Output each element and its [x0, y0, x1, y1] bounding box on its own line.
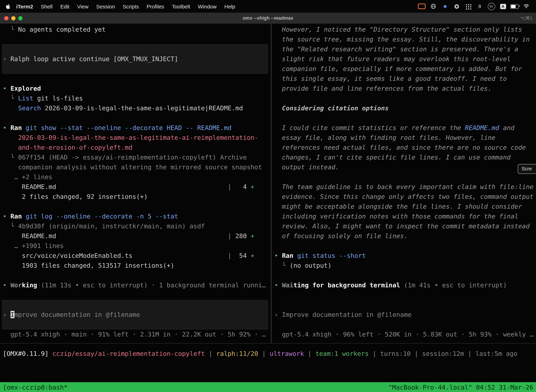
text-segment: └: [274, 262, 290, 269]
text-segment: the source tree, missing the essay. Stil…: [274, 36, 530, 43]
text-segment: •: [3, 213, 10, 220]
status-separator: [0, 343, 536, 344]
text-segment: I could cite commit statistics or refere…: [274, 124, 465, 131]
terminal-line: └ 067f154 (HEAD -> essay/ai-reimplementa…: [3, 152, 271, 162]
menu-item-view[interactable]: View: [73, 3, 92, 9]
text-segment: and: [499, 124, 515, 131]
text-segment: src/voice/voiceModeEnabled.ts: [3, 252, 132, 259]
globe-icon[interactable]: [429, 2, 438, 10]
text-segment: 2026-03-09-is-legal-the-same-as-legitima…: [41, 104, 243, 112]
terminal-line: 2026-03-09-is-legal-the-same-as-legitima…: [3, 133, 271, 143]
terminal-line: evidence. Since this change only affects…: [274, 192, 536, 202]
terminal-line: 2 files changed, 92 insertions(+): [3, 192, 271, 202]
text-cursor: I: [10, 311, 14, 318]
text-segment: 4: [231, 183, 250, 190]
battery-percent-icon[interactable]: 61: [487, 2, 496, 10]
text-segment: git ls-files: [33, 94, 83, 102]
text-segment: of focusing solely on file lines.: [274, 232, 408, 240]
menu-item-session[interactable]: Session: [92, 3, 119, 9]
text-segment: ›: [274, 311, 282, 318]
terminal-line: • Ran git status --short: [274, 251, 536, 261]
text-segment: might be acceptable alongside the file l…: [274, 203, 522, 210]
text-segment: [3, 144, 18, 151]
terminal-line: The team guideline is to back every impo…: [274, 182, 536, 192]
tmux-status-bar: [omx-cczip0:bash* "MacBook-Pro-44.local"…: [0, 382, 536, 392]
text-segment: git log --oneline --decorate -n 5 --stat: [26, 213, 178, 220]
pane-divider[interactable]: [271, 24, 272, 343]
screen: iTerm2 Shell Edit View Session Scripts P…: [0, 0, 536, 392]
terminal-line: and-the-erosion-of-copyleft.md: [3, 143, 271, 152]
menu-item-window[interactable]: Window: [194, 3, 220, 9]
text-segment: 2 files changed, 92 insertions(+): [3, 193, 148, 200]
input-source-icon[interactable]: A: [499, 2, 507, 10]
zoom-button[interactable]: [18, 16, 23, 20]
text-segment: Considering citation options: [274, 104, 389, 112]
terminal-line: [3, 320, 271, 330]
terminal-line: [274, 300, 536, 310]
battery-icon[interactable]: [510, 2, 519, 10]
terminal-line: [3, 202, 271, 211]
apple-menu-icon[interactable]: [6, 3, 11, 9]
text-segment: and-the-erosion-of-copyleft.md: [18, 144, 132, 151]
text-segment: |: [228, 183, 232, 190]
wifi-icon[interactable]: [522, 2, 530, 10]
terminal-line: • Ran git log --oneline --decorate -n 5 …: [3, 211, 271, 221]
tmux-session-label[interactable]: [omx-cczip0:bash*: [3, 383, 67, 391]
text-segment: |: [304, 350, 315, 357]
text-segment: README.md: [3, 183, 56, 190]
terminal-line: might be acceptable alongside the file l…: [274, 202, 536, 211]
text-segment: [293, 252, 297, 259]
text-segment: slight risk that future readers may over…: [274, 55, 511, 62]
text-segment: +: [251, 252, 254, 259]
terminal-line: [274, 241, 536, 251]
menu-item-iterm2[interactable]: iTerm2: [12, 3, 37, 9]
terminal-line: provide file and line references from th…: [274, 84, 536, 93]
window-title-bar[interactable]: omx --xhigh --madmax ⌥⌘1: [0, 13, 536, 24]
terminal-line: [3, 64, 271, 74]
omx-status-bar: [OMX#0.11.9] cczip/essay/ai-reimplementa…: [3, 348, 536, 359]
menu-item-scripts[interactable]: Scripts: [119, 3, 143, 9]
text-segment: gpt-5.4 xhigh · main · 91% left · 2.31M …: [3, 331, 266, 338]
terminal-line: gpt-5.4 xhigh · main · 91% left · 2.31M …: [3, 330, 271, 339]
screen-tooltip[interactable]: Scre: [518, 164, 536, 174]
minimize-button[interactable]: [11, 16, 15, 20]
menu-item-edit[interactable]: Edit: [57, 3, 73, 9]
text-segment: The team guideline is to back every impo…: [274, 183, 534, 190]
terminal-pane-left[interactable]: └ No agents completed yet› Ralph loop ac…: [0, 24, 271, 343]
text-segment: … +2 lines: [3, 173, 53, 181]
text-segment: README.md: [465, 124, 499, 131]
text-segment: •: [274, 281, 282, 289]
text-segment: session:12m: [422, 350, 464, 357]
text-segment: |: [369, 350, 380, 357]
terminal-line: However, I noticed the "Directory Struct…: [274, 25, 536, 34]
text-segment: 54: [232, 252, 251, 259]
text-segment: Improve documentation in @filename: [282, 311, 412, 318]
close-button[interactable]: [4, 16, 9, 20]
keystroke-icon[interactable]: 8: [475, 2, 484, 10]
terminal-line: including verification notes with those …: [274, 211, 536, 221]
text-segment: output instead.: [274, 163, 339, 171]
apps-grid-icon[interactable]: [464, 2, 472, 10]
terminal-pane-right[interactable]: However, I noticed the "Directory Struct…: [272, 24, 536, 343]
terminal-line: • Waiting for background terminal (1m 41…: [274, 280, 536, 290]
terminal-line: review. Also, I might want to inspect th…: [274, 221, 536, 231]
text-segment: •: [274, 252, 282, 259]
menu-item-toolbelt[interactable]: Toolbelt: [168, 3, 194, 9]
terminal-line: essay file, along with finding root file…: [274, 133, 536, 143]
text-segment: provide file and line references from th…: [274, 85, 492, 92]
text-segment: [OMX#0.11.9]: [3, 350, 53, 357]
screen-recording-icon[interactable]: [417, 2, 426, 10]
menu-item-profiles[interactable]: Profiles: [143, 3, 168, 9]
terminal-line: changes, I can't cite specific file line…: [274, 152, 536, 162]
text-segment: README.md: [3, 232, 56, 240]
text-segment: Wor: [10, 281, 22, 289]
terminal-line: … +2 lines: [3, 172, 271, 182]
lens-icon[interactable]: [452, 2, 461, 10]
spark-icon[interactable]: [441, 2, 449, 10]
menu-item-help[interactable]: Help: [220, 3, 239, 9]
terminal-line: slight risk that future readers may over…: [274, 54, 536, 64]
text-segment: mprove documentation in @filename: [14, 311, 140, 318]
terminal-line: [3, 34, 271, 44]
terminal-line: └ List git ls-files: [3, 93, 271, 103]
menu-item-shell[interactable]: Shell: [37, 3, 57, 9]
